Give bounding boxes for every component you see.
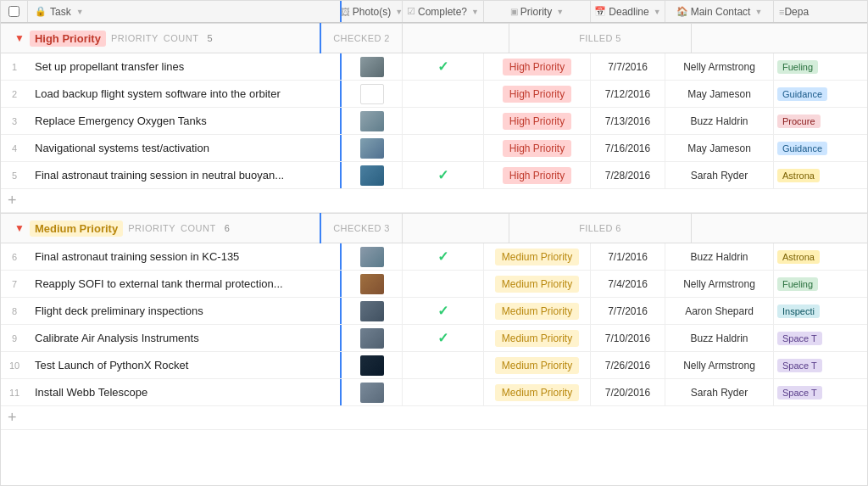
deadline-sort-arrow: ▼ bbox=[654, 8, 661, 16]
row-photo-thumb-2 bbox=[360, 84, 384, 104]
row-priority-7[interactable]: Medium Priority bbox=[484, 271, 591, 297]
checkmark: ✓ bbox=[437, 167, 448, 183]
add-icon-high-priority: + bbox=[8, 192, 17, 209]
row-task-5[interactable]: Final astronaut training session in neut… bbox=[28, 162, 342, 188]
group-header-inner-medium-priority: ▼ Medium Priority PRIORITY COUNT 6 CHECK… bbox=[8, 213, 860, 243]
table-row: 4 Navigational systems test/activation H… bbox=[1, 135, 867, 162]
add-row-high-priority[interactable]: + bbox=[1, 189, 867, 213]
row-photos-6[interactable] bbox=[342, 243, 403, 270]
row-task-4[interactable]: Navigational systems test/activation bbox=[28, 135, 342, 161]
row-task-7[interactable]: Reapply SOFI to external tank thermal pr… bbox=[28, 271, 342, 297]
row-photos-7[interactable] bbox=[342, 271, 403, 297]
priority-badge: High Priority bbox=[503, 167, 571, 184]
row-photos-8[interactable] bbox=[342, 298, 403, 324]
priority-badge: Medium Priority bbox=[495, 330, 579, 347]
group-toggle-medium-priority[interactable]: ▼ bbox=[14, 222, 25, 234]
row-deadline-4: 7/16/2016 bbox=[591, 135, 665, 161]
row-dept-10: Space T bbox=[774, 352, 867, 378]
row-priority-11[interactable]: Medium Priority bbox=[484, 379, 591, 405]
row-task-2[interactable]: Load backup flight system software into … bbox=[28, 81, 342, 107]
row-complete-7[interactable] bbox=[403, 271, 484, 297]
header-deadline[interactable]: 📅 Deadline ▼ bbox=[591, 1, 665, 22]
row-num-5: 5 bbox=[1, 162, 28, 188]
contact-header-label: Main Contact bbox=[691, 6, 751, 18]
priority-badge: High Priority bbox=[503, 140, 571, 157]
row-complete-6[interactable]: ✓ bbox=[403, 243, 484, 270]
row-priority-9[interactable]: Medium Priority bbox=[484, 325, 591, 351]
row-priority-2[interactable]: High Priority bbox=[484, 81, 591, 107]
row-photos-9[interactable] bbox=[342, 325, 403, 351]
row-task-6[interactable]: Final astronaut training session in KC-1… bbox=[28, 243, 342, 270]
row-task-9[interactable]: Calibrate Air Analysis Instruments bbox=[28, 325, 342, 351]
row-priority-6[interactable]: Medium Priority bbox=[484, 243, 591, 270]
row-task-8[interactable]: Flight deck preliminary inspections bbox=[28, 298, 342, 324]
row-priority-4[interactable]: High Priority bbox=[484, 135, 591, 161]
row-num-1: 1 bbox=[1, 53, 28, 80]
priority-badge: Medium Priority bbox=[495, 303, 579, 320]
row-photos-4[interactable] bbox=[342, 135, 403, 161]
row-contact-10: Nelly Armstrong bbox=[665, 352, 774, 378]
gh-checked-medium-priority: CHECKED 3 bbox=[321, 213, 403, 243]
groups-container: ▼ High Priority PRIORITY COUNT 5 CHECKED… bbox=[1, 23, 867, 430]
row-photos-3[interactable] bbox=[342, 108, 403, 134]
header-complete[interactable]: ☑ Complete? ▼ bbox=[403, 1, 484, 22]
header-task[interactable]: 🔒 Task ▼ bbox=[28, 1, 342, 22]
row-priority-8[interactable]: Medium Priority bbox=[484, 298, 591, 324]
row-complete-11[interactable] bbox=[403, 379, 484, 405]
row-complete-2[interactable] bbox=[403, 81, 484, 107]
row-complete-5[interactable]: ✓ bbox=[403, 162, 484, 188]
main-table: 🔒 Task ▼ 🖼 Photo(s) ▼ ☑ Complete? ▼ ▣ Pr… bbox=[0, 0, 868, 486]
row-photos-11[interactable] bbox=[342, 379, 403, 405]
row-photos-5[interactable] bbox=[342, 162, 403, 188]
row-contact-9: Buzz Haldrin bbox=[665, 325, 774, 351]
add-row-medium-priority[interactable]: + bbox=[1, 406, 867, 430]
priority-sort-arrow: ▼ bbox=[556, 8, 564, 16]
complete-header-label: Complete? bbox=[418, 6, 467, 18]
deadline-icon: 📅 bbox=[594, 6, 606, 17]
group-count-label-high-priority: COUNT bbox=[164, 33, 199, 43]
row-priority-3[interactable]: High Priority bbox=[484, 108, 591, 134]
dept-badge: Space T bbox=[777, 386, 822, 399]
row-deadline-2: 7/12/2016 bbox=[591, 81, 665, 107]
priority-badge: High Priority bbox=[503, 59, 571, 75]
dept-badge: Procure bbox=[777, 115, 821, 128]
row-num-7: 7 bbox=[1, 271, 28, 297]
complete-icon: ☑ bbox=[407, 6, 415, 17]
deadline-header-label: Deadline bbox=[609, 6, 648, 18]
row-task-10[interactable]: Test Launch of PythonX Rocket bbox=[28, 352, 342, 378]
row-task-11[interactable]: Install Webb Telescope bbox=[28, 379, 342, 405]
row-num-2: 2 bbox=[1, 81, 28, 107]
row-complete-4[interactable] bbox=[403, 135, 484, 161]
row-priority-10[interactable]: Medium Priority bbox=[484, 352, 591, 378]
row-complete-1[interactable]: ✓ bbox=[403, 53, 484, 80]
row-task-1[interactable]: Set up propellant transfer lines bbox=[28, 53, 342, 80]
row-complete-9[interactable]: ✓ bbox=[403, 325, 484, 351]
select-all-checkbox[interactable] bbox=[8, 6, 19, 17]
row-complete-10[interactable] bbox=[403, 352, 484, 378]
row-task-3[interactable]: Replace Emergency Oxygen Tanks bbox=[28, 108, 342, 134]
row-num-11: 11 bbox=[1, 379, 28, 405]
header-checkbox[interactable] bbox=[1, 1, 28, 22]
header-dept[interactable]: ≡ Depa bbox=[774, 1, 867, 22]
row-photos-10[interactable] bbox=[342, 352, 403, 378]
row-photo-thumb-7 bbox=[360, 274, 384, 294]
row-complete-3[interactable] bbox=[403, 108, 484, 134]
row-contact-11: Sarah Ryder bbox=[665, 379, 774, 405]
row-priority-5[interactable]: High Priority bbox=[484, 162, 591, 188]
row-dept-3: Procure bbox=[774, 108, 867, 134]
dept-badge: Fueling bbox=[777, 60, 818, 74]
header-priority[interactable]: ▣ Priority ▼ bbox=[484, 1, 591, 22]
priority-badge: High Priority bbox=[503, 113, 571, 130]
gh-rest-medium-priority bbox=[692, 213, 860, 243]
dept-badge: Guidance bbox=[777, 87, 827, 101]
row-priority-1[interactable]: High Priority bbox=[484, 53, 591, 80]
photos-sort-arrow: ▼ bbox=[395, 8, 403, 16]
header-photos[interactable]: 🖼 Photo(s) ▼ bbox=[342, 1, 403, 22]
gh-left-high-priority: ▼ High Priority PRIORITY COUNT 5 bbox=[8, 23, 321, 53]
row-complete-8[interactable]: ✓ bbox=[403, 298, 484, 324]
row-photos-2[interactable] bbox=[342, 81, 403, 107]
complete-sort-arrow: ▼ bbox=[471, 8, 479, 16]
row-photos-1[interactable] bbox=[342, 53, 403, 80]
group-toggle-high-priority[interactable]: ▼ bbox=[14, 32, 25, 44]
header-contact[interactable]: 🏠 Main Contact ▼ bbox=[665, 1, 774, 22]
